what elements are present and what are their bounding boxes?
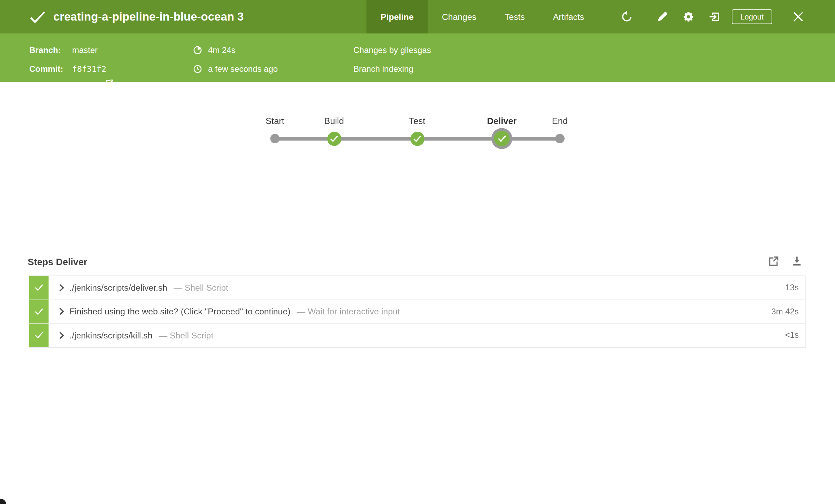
graph-label-deliver: Deliver [487, 116, 516, 127]
step-duration: 3m 42s [771, 307, 805, 316]
graph-label-end: End [552, 116, 568, 127]
blue-ocean-app: creating-a-pipeline-in-blue-ocean 3 Pipe… [0, 0, 835, 504]
commit-value: f8f31f2 [72, 63, 106, 75]
chevron-right-icon[interactable] [56, 331, 68, 339]
steps-table: ./jenkins/scripts/deliver.sh — Shell Scr… [29, 276, 806, 348]
step-duration: 13s [785, 283, 805, 292]
download-logs-icon[interactable] [791, 256, 803, 267]
duration-timer-icon [193, 46, 202, 55]
rerun-icon[interactable] [621, 11, 633, 23]
chevron-right-icon[interactable] [56, 307, 68, 315]
step-row-kill-sh[interactable]: ./jenkins/scripts/kill.sh — Shell Script… [29, 324, 806, 348]
go-to-classic-icon[interactable] [709, 11, 720, 23]
tab-tests[interactable]: Tests [491, 0, 539, 33]
run-title: creating-a-pipeline-in-blue-ocean 3 [53, 0, 244, 33]
graph-label-build: Build [324, 116, 344, 127]
step-name: Finished using the web site? (Click "Pro… [70, 306, 291, 316]
graph-node-build[interactable] [327, 131, 341, 146]
branch-label: Branch: [29, 45, 61, 56]
graph-node-end [555, 134, 565, 143]
logout-button[interactable]: Logout [732, 9, 772, 24]
step-duration: <1s [785, 330, 805, 340]
graph-label-start: Start [266, 116, 284, 127]
graph-label-test: Test [409, 116, 426, 127]
clock-icon [193, 64, 202, 74]
step-row-deliver-sh[interactable]: ./jenkins/scripts/deliver.sh — Shell Scr… [29, 276, 806, 300]
step-type: — Shell Script [174, 283, 228, 293]
step-type: — Wait for interactive input [297, 306, 400, 316]
run-cause: Branch indexing [353, 63, 413, 75]
step-row-input-wait[interactable]: Finished using the web site? (Click "Pro… [29, 300, 806, 323]
steps-actions [768, 256, 803, 267]
step-success-bar [29, 324, 49, 347]
run-completed-time: a few seconds ago [208, 63, 278, 75]
step-name: ./jenkins/scripts/kill.sh [70, 330, 153, 341]
corner-widget-button[interactable] [0, 499, 6, 504]
settings-gear-icon[interactable] [683, 11, 694, 23]
step-type: — Shell Script [159, 330, 213, 341]
tab-artifacts[interactable]: Artifacts [539, 0, 598, 33]
run-details-header: Branch: master Commit: f8f31f2 4m 24s a … [0, 33, 835, 82]
top-bar: creating-a-pipeline-in-blue-ocean 3 Pipe… [0, 0, 835, 33]
tab-pipeline[interactable]: Pipeline [367, 0, 428, 33]
close-icon[interactable] [792, 11, 804, 23]
external-link-icon[interactable] [105, 79, 115, 89]
step-success-bar [29, 276, 49, 299]
graph-node-start [270, 134, 280, 143]
branch-value[interactable]: master [72, 45, 98, 56]
run-tabs: Pipeline Changes Tests Artifacts [367, 0, 598, 33]
commit-label: Commit: [29, 63, 63, 75]
steps-heading: Steps Deliver [28, 256, 87, 268]
tab-changes[interactable]: Changes [428, 0, 490, 33]
chevron-right-icon[interactable] [56, 284, 68, 292]
step-name: ./jenkins/scripts/deliver.sh [70, 283, 168, 293]
run-status-check-icon [29, 11, 46, 24]
graph-node-test[interactable] [410, 131, 424, 146]
edit-pencil-icon[interactable] [657, 11, 668, 23]
run-duration: 4m 24s [208, 45, 236, 56]
run-changes: Changes by gilesgas [353, 45, 431, 56]
graph-node-deliver[interactable] [494, 131, 510, 146]
step-success-bar [29, 300, 49, 323]
open-logs-external-icon[interactable] [768, 256, 779, 267]
